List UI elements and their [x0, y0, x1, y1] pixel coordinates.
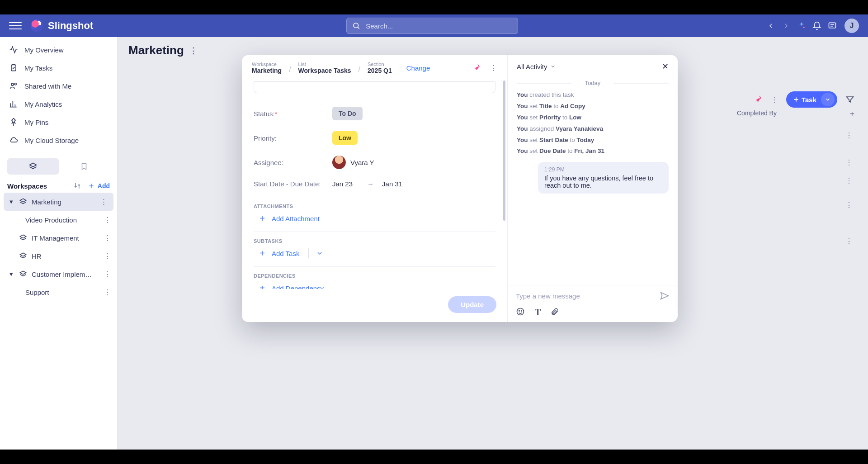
- add-subtask-button[interactable]: + Add Task: [254, 244, 301, 263]
- search-input[interactable]: [366, 22, 512, 30]
- svg-point-26: [519, 311, 520, 312]
- workspace-item-marketing[interactable]: ▾ Marketing ⋮: [4, 193, 113, 211]
- add-attachment-button[interactable]: + Add Attachment: [254, 209, 495, 228]
- svg-point-27: [521, 311, 522, 312]
- layers-icon: [19, 252, 27, 260]
- caret-down-icon[interactable]: ▾: [8, 270, 14, 278]
- brand[interactable]: Slingshot: [31, 19, 93, 32]
- workspace-item-it[interactable]: ▾ IT Management ⋮: [0, 229, 117, 247]
- status-chip[interactable]: To Do: [332, 107, 363, 120]
- row-more-icon[interactable]: ⋮: [844, 158, 854, 167]
- user-avatar[interactable]: J: [844, 19, 859, 33]
- add-column-icon[interactable]: +: [849, 109, 854, 119]
- activity-line: You set Title to Ad Copy: [517, 102, 669, 111]
- more-icon[interactable]: ⋮: [102, 288, 113, 296]
- workspace-child-video[interactable]: Video Production ⋮: [0, 211, 117, 229]
- send-icon[interactable]: [660, 291, 670, 301]
- global-search[interactable]: [346, 18, 518, 34]
- sidebar-item-label: My Analytics: [24, 100, 62, 108]
- sidebar-tab-bookmarks[interactable]: [59, 158, 110, 175]
- activity-filter-dropdown[interactable]: All Activity: [517, 63, 556, 71]
- more-icon[interactable]: ⋮: [102, 270, 113, 278]
- attachment-icon[interactable]: [551, 307, 559, 317]
- workspace-label: HR: [32, 252, 42, 260]
- workspace-item-customer[interactable]: ▾ Customer Implementa… ⋮: [0, 265, 117, 283]
- nav-back-icon[interactable]: [763, 18, 778, 33]
- chevron-down-icon[interactable]: [821, 93, 835, 106]
- sidebar-item-pins[interactable]: My Pins: [0, 113, 117, 131]
- svg-point-8: [14, 83, 16, 85]
- rocket-icon[interactable]: [753, 95, 763, 104]
- due-date-value[interactable]: Jan 31: [382, 180, 402, 188]
- notifications-icon[interactable]: [809, 18, 825, 33]
- sort-icon[interactable]: [73, 182, 81, 190]
- sidebar-item-cloud[interactable]: My Cloud Storage: [0, 131, 117, 149]
- sidebar-item-overview[interactable]: My Overview: [0, 41, 117, 59]
- workspace-child-support[interactable]: Support ⋮: [0, 283, 117, 301]
- workspace-label: IT Management: [32, 234, 79, 242]
- text-format-icon[interactable]: T: [535, 307, 541, 317]
- svg-marker-20: [20, 271, 26, 275]
- compose-input[interactable]: [516, 292, 654, 300]
- compose-area: T: [508, 285, 678, 322]
- more-icon[interactable]: ⋮: [102, 252, 113, 260]
- crumb-workspace-value[interactable]: Marketing: [252, 67, 282, 74]
- emoji-icon[interactable]: [516, 307, 525, 317]
- svg-marker-14: [29, 163, 36, 167]
- sidebar-item-mytasks[interactable]: My Tasks: [0, 59, 117, 77]
- row-more-icon[interactable]: ⋮: [844, 131, 854, 140]
- add-workspace-button[interactable]: Add: [88, 182, 110, 189]
- app-bar: Slingshot J: [0, 14, 868, 37]
- nav-forward-icon[interactable]: [778, 18, 794, 33]
- more-icon[interactable]: ⋮: [102, 216, 113, 224]
- more-icon[interactable]: ⋮: [102, 234, 113, 242]
- row-more-icon[interactable]: ⋮: [844, 176, 854, 185]
- assignee-value[interactable]: Vyara Y: [332, 156, 374, 169]
- activity-line: You created this task: [517, 91, 669, 99]
- menu-icon[interactable]: [9, 19, 22, 32]
- sidebar-item-shared[interactable]: Shared with Me: [0, 77, 117, 95]
- chevron-down-icon[interactable]: [316, 250, 323, 257]
- create-task-button[interactable]: Task: [786, 91, 837, 108]
- task-title-input[interactable]: [254, 81, 495, 93]
- priority-chip[interactable]: Low: [332, 131, 358, 145]
- start-date-value[interactable]: Jan 23: [332, 180, 353, 188]
- row-more-icon[interactable]: ⋮: [844, 201, 854, 209]
- toolbar-more-icon[interactable]: ⋮: [771, 95, 778, 104]
- crumb-section-value[interactable]: 2025 Q1: [368, 67, 392, 74]
- pin-icon: [9, 118, 18, 127]
- chat-icon[interactable]: [825, 18, 840, 33]
- caret-down-icon[interactable]: ▾: [8, 198, 14, 206]
- row-more-icon[interactable]: ⋮: [844, 237, 854, 246]
- update-button[interactable]: Update: [448, 296, 496, 313]
- message-time: 1:29 PM: [544, 166, 662, 173]
- ai-sparkle-icon[interactable]: [794, 18, 809, 33]
- subtasks-heading: SUBTASKS: [254, 238, 495, 244]
- rocket-icon[interactable]: [472, 63, 481, 72]
- sidebar-item-label: My Pins: [24, 118, 48, 126]
- sidebar-tab-workspaces[interactable]: [7, 158, 59, 175]
- more-icon[interactable]: ⋮: [98, 198, 109, 206]
- add-dependency-button[interactable]: + Add Dependency: [254, 279, 495, 289]
- modal-more-icon[interactable]: ⋮: [490, 64, 497, 72]
- avatar: [332, 156, 346, 169]
- svg-marker-19: [20, 253, 26, 256]
- crumb-list-value[interactable]: Workspace Tasks: [298, 67, 351, 74]
- close-icon[interactable]: ✕: [662, 62, 669, 71]
- arrow-right-icon: →: [367, 180, 374, 188]
- sidebar-item-analytics[interactable]: My Analytics: [0, 95, 117, 113]
- page-more-icon[interactable]: ⋮: [189, 46, 198, 56]
- dates-label: Start Date - Due Date:: [254, 180, 321, 188]
- scrollbar[interactable]: [503, 80, 505, 287]
- brand-name: Slingshot: [48, 20, 93, 32]
- column-header-completed-by[interactable]: Completed By: [737, 109, 777, 119]
- users-icon: [9, 81, 18, 90]
- layers-icon: [19, 234, 27, 242]
- layers-icon: [19, 270, 27, 278]
- workspace-item-hr[interactable]: ▾ HR ⋮: [0, 247, 117, 265]
- change-link[interactable]: Change: [406, 64, 430, 72]
- message-body: If you have any questions, feel free to …: [544, 175, 662, 189]
- filter-icon[interactable]: [845, 95, 854, 104]
- sidebar-item-label: My Overview: [24, 46, 64, 54]
- workspace-label: Marketing: [32, 198, 61, 206]
